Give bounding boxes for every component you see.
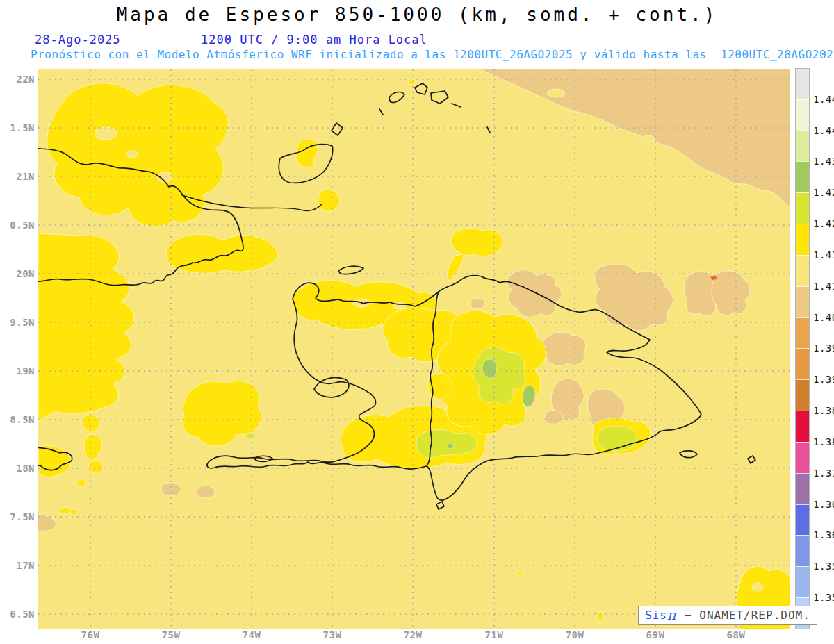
colorbar-tick-label: 1.422 (813, 218, 834, 229)
colorbar-tick-label: 1.356 (813, 561, 834, 572)
lon-tick-label: 75W (162, 629, 181, 641)
colorbar-segment (796, 379, 809, 411)
thickness-map (38, 69, 790, 629)
colorbar-segment (796, 442, 809, 473)
colorbar-segment (796, 286, 809, 317)
colorbar-tick-label: 1.362 (813, 529, 834, 540)
lat-tick-label: 22N (0, 74, 35, 85)
colorbar-segment (796, 192, 809, 224)
colorbar-tick-label: 1.35 (813, 592, 834, 603)
colorbar-segment (796, 473, 809, 504)
colorbar-segment (796, 99, 809, 131)
colorbar-tick-label: 1.44 (813, 125, 834, 136)
colorbar-tick-label: 1.41 (813, 281, 834, 292)
lat-tick-label: 21N (0, 171, 35, 182)
colorbar-segment (796, 411, 809, 442)
lon-tick-label: 76W (81, 629, 100, 641)
colorbar-tick-label: 1.398 (813, 342, 834, 354)
colorbar-segment (796, 317, 809, 349)
colorbar-tick-label: 1.368 (813, 499, 834, 510)
lat-tick-label: 18N (0, 463, 35, 474)
colorbar (795, 68, 810, 629)
colorbar-tick-label: 1.386 (813, 405, 834, 416)
weather-map-page: Mapa de Espesor 850-1000 (km, somd. + co… (0, 0, 834, 644)
page-title: Mapa de Espesor 850-1000 (km, somd. + co… (0, 4, 834, 25)
lat-tick-label: 17N (0, 560, 35, 571)
colorbar-tick-label: 1.416 (813, 249, 834, 261)
colorbar-segment (796, 535, 809, 566)
forecast-note: Pronóstico con el Modelo Atmósferico WRF… (31, 48, 834, 61)
colorbar-tick-label: 1.428 (813, 187, 834, 198)
colorbar-tick-label: 1.392 (813, 374, 834, 385)
run-date: 28-Ago-2025 (35, 33, 121, 47)
lon-tick-label: 72W (404, 629, 423, 641)
colorbar-segment (796, 161, 809, 192)
pi-symbol: π (667, 609, 677, 622)
colorbar-tick-label: 1.404 (813, 312, 834, 323)
lat-tick-label: 0.5N (0, 220, 35, 231)
lon-tick-label: 69W (646, 629, 665, 641)
lon-tick-label: 71W (485, 629, 504, 641)
colorbar-segment (796, 566, 809, 597)
lat-tick-label: 19N (0, 365, 35, 377)
lat-tick-label: 6.5N (0, 609, 35, 620)
lon-tick-label: 70W (566, 629, 584, 641)
lat-tick-label: 20N (0, 268, 35, 279)
lat-tick-label: 1.5N (0, 122, 35, 133)
colorbar-segment (796, 69, 809, 99)
colorbar-segment (796, 504, 809, 536)
colorbar-tick-label: 1.38 (813, 436, 834, 447)
valid-time: 1200 UTC / 9:00 am Hora Local (201, 33, 427, 47)
colorbar-segment (796, 348, 809, 379)
attribution-box: Sisπ − ONAMET/REP.DOM. (638, 606, 817, 625)
colorbar-tick-label: 1.374 (813, 468, 834, 479)
lon-tick-label: 68W (727, 629, 746, 641)
sispi-brand-text: Sis (645, 609, 667, 622)
colorbar-segment (796, 224, 809, 255)
lon-tick-label: 73W (323, 629, 342, 641)
lon-tick-label: 74W (243, 629, 261, 641)
colorbar-tick-label: 1.434 (813, 156, 834, 167)
colorbar-tick-label: 1.446 (813, 94, 834, 105)
attribution-text: − ONAMET/REP.DOM. (677, 609, 810, 622)
lat-tick-label: 8.5N (0, 414, 35, 425)
lat-tick-label: 7.5N (0, 511, 35, 522)
colorbar-segment (796, 255, 809, 286)
lat-tick-label: 9.5N (0, 317, 35, 328)
colorbar-segment (796, 131, 809, 162)
